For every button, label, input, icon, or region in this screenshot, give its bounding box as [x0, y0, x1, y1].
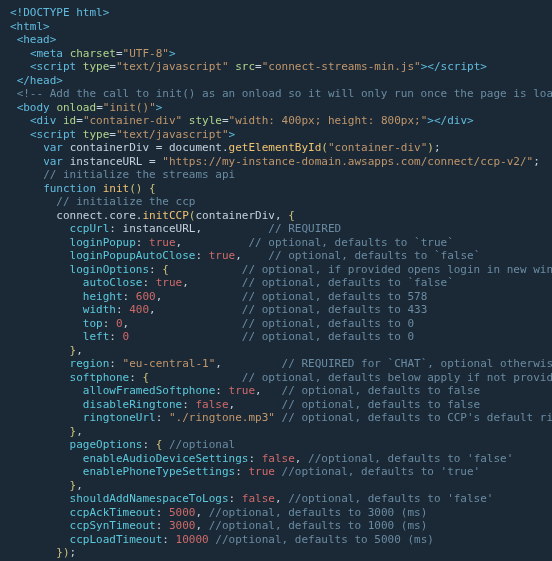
comment: // optional, defaults to 0 [242, 330, 414, 343]
comment: //optional, defaults to 3000 (ms) [209, 506, 428, 519]
comment: // initialize the streams api [43, 168, 235, 181]
value: 400 [129, 303, 149, 316]
value: false [242, 492, 275, 505]
tag: <!DOCTYPE html> [10, 6, 109, 19]
div-id: container-div [90, 114, 176, 127]
comment: // optional, defaults to false [282, 384, 481, 397]
comment: //optional, defaults to 'false' [288, 492, 493, 505]
value: 5000 [169, 506, 196, 519]
value: true [156, 276, 183, 289]
value: "eu-central-1" [123, 357, 216, 370]
meta-charset: UTF-8 [129, 47, 162, 60]
fn-name: init [103, 182, 130, 195]
value: instanceURL [123, 222, 196, 235]
script-type: text/javascript [123, 60, 222, 73]
comment: //optional, defaults to 1000 (ms) [209, 519, 428, 532]
var-name: containerDiv [70, 141, 149, 154]
comment: <!-- Add the call to init() as an onload… [17, 87, 552, 100]
comment: // optional, defaults to 0 [242, 317, 414, 330]
comment: // optional, defaults to 433 [242, 303, 427, 316]
value: true [229, 384, 256, 397]
value: 10000 [176, 533, 209, 546]
value: 3000 [169, 519, 196, 532]
comment: // optional, defaults to `false` [242, 276, 454, 289]
div-style: width: 400px; height: 800px; [235, 114, 420, 127]
tag: <head> [17, 33, 57, 46]
comment: // optional, defaults to false [282, 398, 481, 411]
comment: // REQUIRED [268, 222, 341, 235]
comment: //optional, defaults to 'true' [282, 465, 481, 478]
value: "./ringtone.mp3" [169, 411, 275, 424]
comment: // optional, defaults to `true` [248, 236, 453, 249]
comment: // optional, defaults to CCP's default r… [282, 411, 552, 424]
comment: // optional, defaults to `false` [268, 249, 480, 262]
script-src: connect-streams-min.js [268, 60, 414, 73]
instance-url: "https://my-instance-domain.awsapps.com/… [162, 155, 533, 168]
comment: //optional [169, 438, 235, 451]
value: 0 [123, 330, 130, 343]
comment: //optional, defaults to 'false' [308, 452, 513, 465]
value: false [262, 452, 295, 465]
value: true [248, 465, 275, 478]
var-name: instanceURL [70, 155, 143, 168]
comment: // initialize the ccp [56, 195, 195, 208]
comment: // REQUIRED for `CHAT`, optional otherwi… [282, 357, 552, 370]
script-type: text/javascript [123, 128, 222, 141]
comment: // optional, if provided opens login in … [242, 263, 552, 276]
tag: </head> [17, 74, 63, 87]
value: false [195, 398, 228, 411]
body-onload: init() [109, 101, 149, 114]
value: true [149, 236, 176, 249]
code-block: <!DOCTYPE html> <html> <head> <meta char… [0, 0, 552, 561]
value: 600 [136, 290, 156, 303]
value: true [209, 249, 236, 262]
comment: // optional, defaults below apply if not… [242, 371, 552, 384]
comment: // optional, defaults to 578 [242, 290, 427, 303]
value: 0 [116, 317, 123, 330]
tag: <html> [10, 20, 50, 33]
comment: //optional, defaults to 5000 (ms) [215, 533, 434, 546]
